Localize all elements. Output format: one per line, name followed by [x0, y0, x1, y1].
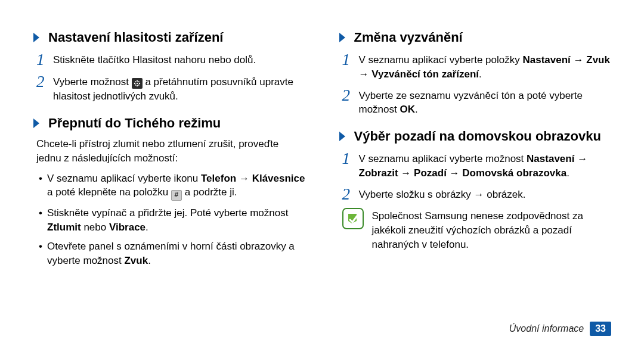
step-number: 1 [36, 51, 53, 68]
step-row: 2 Vyberte složku s obrázky → obrázek. [342, 186, 612, 202]
svg-point-0 [136, 83, 137, 84]
section-device-volume: Nastavení hlasitosti zařízení [33, 30, 306, 45]
settings-icon [132, 78, 143, 89]
heading-text: Přepnutí do Tichého režimu [48, 116, 221, 131]
chevron-right-icon [339, 130, 348, 142]
page-number: 33 [590, 322, 611, 336]
page-content: Nastavení hlasitosti zařízení 1 Stisknět… [0, 0, 644, 273]
svg-point-3 [134, 83, 135, 84]
page-footer: Úvodní informace 33 [509, 322, 611, 336]
step-text: Vyberte možnost a přetáhnutím pos [53, 73, 306, 104]
section-change-ringtone: Změna vyzvánění [339, 30, 612, 45]
bullet-dot: • [39, 239, 47, 268]
step-text: V seznamu aplikací vyberte možnost Nasta… [359, 150, 612, 180]
chevron-right-icon [33, 32, 42, 43]
list-item: • Otevřete panel s oznámeními v horní čá… [39, 239, 306, 268]
heading-text: Změna vyzvánění [354, 30, 463, 45]
hash-key-icon: # [171, 190, 182, 201]
step-text: Vyberte složku s obrázky → obrázek. [359, 186, 526, 202]
right-column: Změna vyzvánění 1 V seznamu aplikací vyb… [339, 30, 612, 273]
left-column: Nastavení hlasitosti zařízení 1 Stisknět… [33, 30, 306, 273]
bullet-dot: • [39, 172, 47, 201]
section-wallpaper: Výběr pozadí na domovskou obrazovku [339, 129, 612, 144]
note-block: Společnost Samsung nenese zodpovědnost z… [342, 208, 612, 251]
list-item: • Stiskněte vypínač a přidržte jej. Poté… [39, 206, 306, 235]
footer-section-label: Úvodní informace [509, 323, 584, 334]
step-number: 2 [342, 186, 359, 202]
svg-point-1 [136, 80, 137, 82]
step-text: V seznamu aplikací vyberte položky Nasta… [359, 51, 612, 82]
svg-point-7 [135, 85, 136, 86]
heading-text: Nastavení hlasitosti zařízení [48, 30, 223, 45]
note-icon [342, 208, 364, 229]
step-row: 1 Stiskněte tlačítko Hlasitost nahoru ne… [36, 51, 306, 68]
step-row: 1 V seznamu aplikací vyberte možnost Nas… [342, 150, 612, 180]
svg-point-6 [138, 82, 139, 83]
heading-text: Výběr pozadí na domovskou obrazovku [354, 129, 601, 144]
section-silent-mode: Přepnutí do Tichého režimu [33, 116, 306, 131]
list-item: • V seznamu aplikací vyberte ikonu Telef… [39, 172, 306, 201]
step-row: 2 Vyberte ze seznamu vyzváněcí tón a pot… [342, 87, 612, 117]
svg-point-4 [138, 83, 140, 84]
step-text: Stiskněte tlačítko Hlasitost nahoru nebo… [53, 51, 256, 67]
step-row: 1 V seznamu aplikací vyberte položky Nas… [342, 51, 612, 82]
bullet-dot: • [39, 206, 47, 235]
step-number: 2 [36, 73, 53, 90]
step-row: 2 Vyberte možnost [36, 73, 306, 104]
svg-point-5 [135, 82, 136, 83]
step-number: 1 [342, 150, 359, 167]
svg-point-8 [138, 85, 139, 86]
bullet-list: • V seznamu aplikací vyberte ikonu Telef… [39, 172, 306, 268]
step-number: 1 [342, 51, 359, 68]
chevron-right-icon [339, 32, 348, 43]
step-text: Vyberte ze seznamu vyzváněcí tón a poté … [359, 87, 612, 117]
step-number: 2 [342, 87, 359, 104]
note-text: Společnost Samsung nenese zodpovědnost z… [372, 208, 612, 251]
intro-paragraph: Chcete-li přístroj zlumit nebo ztlumení … [36, 137, 306, 166]
chevron-right-icon [33, 117, 42, 129]
svg-point-2 [136, 85, 137, 86]
